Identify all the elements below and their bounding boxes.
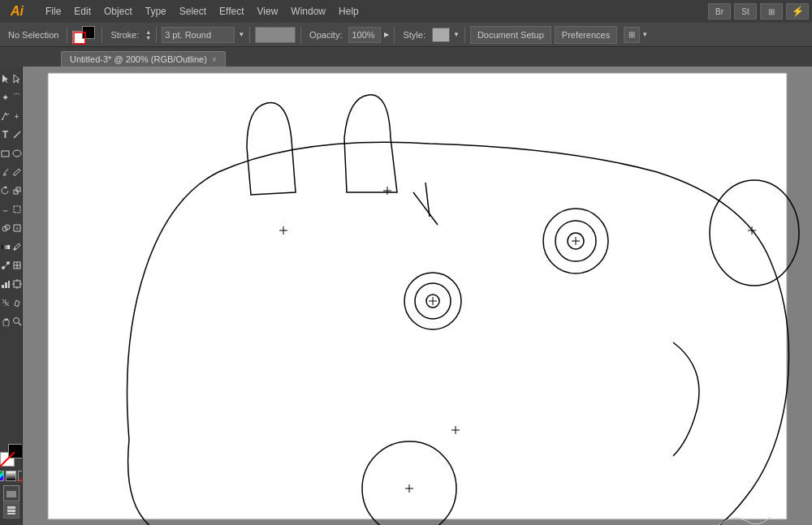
live-paint-tool[interactable]: +: [11, 219, 23, 237]
opacity-label: Opacity:: [306, 30, 345, 40]
mesh-tool[interactable]: [11, 256, 23, 274]
selection-tools-row: [0, 70, 23, 88]
fill-stroke-boxes[interactable]: [0, 444, 23, 467]
bridge-icon[interactable]: Br: [708, 3, 731, 19]
divider7: [464, 27, 465, 43]
divider: [67, 27, 67, 43]
tab-title: Untitled-3* @ 200% (RGB/Outline): [70, 54, 207, 64]
paintbrush-tool[interactable]: [0, 163, 11, 181]
opacity-input[interactable]: [348, 27, 381, 43]
svg-text:+: +: [15, 226, 19, 231]
none-indicator: [0, 452, 15, 467]
slice-row: [0, 294, 23, 312]
stroke-dropdown-arrow[interactable]: ▼: [238, 27, 244, 43]
style-preview: [432, 28, 450, 42]
lightning-icon[interactable]: ⚡: [786, 3, 809, 19]
arrange-dropdown-arrow[interactable]: ▼: [641, 31, 648, 38]
lasso-tool[interactable]: ⌒: [11, 88, 23, 106]
wand-lasso-row: ✦ ⌒: [0, 88, 23, 106]
stroke-arrows[interactable]: ▲ ▼: [145, 27, 151, 43]
app-logo: Ai: [3, 4, 31, 19]
menu-help[interactable]: Help: [332, 0, 365, 23]
hand-zoom-row: [0, 312, 23, 330]
workspace-icon[interactable]: ⊞: [760, 3, 783, 19]
selection-tool[interactable]: [0, 70, 11, 88]
blend-tool[interactable]: [0, 256, 11, 274]
style-dropdown-arrow[interactable]: ▼: [453, 31, 460, 38]
shape-builder-tool[interactable]: [0, 219, 11, 237]
divider5: [300, 27, 301, 43]
artboard-tool[interactable]: [11, 275, 23, 293]
document-setup-button[interactable]: Document Setup: [470, 26, 551, 44]
color-mode-swatches: [0, 471, 23, 481]
slice-tool[interactable]: [0, 294, 11, 312]
eraser-tool[interactable]: [11, 294, 23, 312]
svg-line-33: [19, 323, 21, 325]
stock-icon[interactable]: St: [734, 3, 757, 19]
appearance-area: [3, 485, 19, 519]
svg-rect-14: [2, 245, 10, 249]
pen-tools-row: +: [0, 107, 23, 125]
scale-tool[interactable]: [11, 182, 23, 200]
svg-point-32: [13, 318, 19, 324]
menu-bar: Ai File Edit Object Type Select Effect V…: [0, 0, 812, 23]
svg-marker-1: [2, 75, 8, 83]
menu-effect[interactable]: Effect: [213, 0, 250, 23]
arrange-icons: ⊞ ▼: [624, 27, 648, 43]
color-swatch[interactable]: [0, 471, 4, 481]
tab-close-button[interactable]: ×: [212, 55, 217, 64]
ellipse-tool[interactable]: [11, 144, 23, 162]
divider6: [394, 27, 395, 43]
menu-edit[interactable]: Edit: [67, 0, 97, 23]
zoom-tool[interactable]: [11, 312, 23, 330]
grayscale-swatch[interactable]: [6, 471, 16, 481]
eyedropper-tool[interactable]: [11, 238, 23, 256]
document-tab[interactable]: Untitled-3* @ 200% (RGB/Outline) ×: [61, 51, 226, 67]
hand-tool[interactable]: [0, 312, 11, 330]
svg-rect-36: [6, 491, 16, 497]
bar-chart-tool[interactable]: [0, 275, 11, 293]
menu-select[interactable]: Select: [173, 0, 213, 23]
pen-tool[interactable]: [0, 107, 11, 125]
warp-transform-row: ⌣: [0, 200, 23, 218]
add-anchor-tool[interactable]: +: [11, 107, 23, 125]
direct-selection-tool[interactable]: [11, 70, 23, 88]
svg-rect-39: [7, 513, 15, 514]
type-tool[interactable]: T: [0, 126, 11, 144]
gradient-tool[interactable]: [0, 238, 11, 256]
line-tool[interactable]: [11, 126, 23, 144]
appearance-btn[interactable]: [3, 485, 19, 501]
gradient-eyedrop-row: [0, 238, 23, 256]
stroke-value-input[interactable]: [162, 27, 235, 43]
menu-file[interactable]: File: [39, 0, 67, 23]
menu-type[interactable]: Type: [139, 0, 173, 23]
shape-tools-row: [0, 144, 23, 162]
layers-btn[interactable]: [3, 502, 19, 519]
svg-point-6: [13, 150, 21, 157]
svg-rect-37: [7, 506, 15, 509]
shapebuilder-row: +: [0, 219, 23, 237]
svg-point-15: [13, 248, 15, 251]
warp-tool[interactable]: ⌣: [0, 200, 11, 218]
svg-rect-38: [7, 510, 15, 512]
menu-window[interactable]: Window: [284, 0, 332, 23]
divider4: [249, 27, 250, 43]
rotate-tool[interactable]: [0, 182, 11, 200]
canvas-area[interactable]: [23, 67, 812, 525]
preferences-button[interactable]: Preferences: [555, 26, 617, 44]
rotate-scale-row: [0, 182, 23, 200]
svg-rect-21: [2, 285, 4, 288]
opacity-expand-arrow[interactable]: ▶: [384, 31, 389, 38]
svg-rect-10: [14, 206, 20, 213]
rectangle-tool[interactable]: [0, 144, 11, 162]
fill-stroke-indicator[interactable]: [72, 24, 97, 45]
blend-mesh-row: [0, 256, 23, 274]
pencil-tool[interactable]: [11, 163, 23, 181]
tab-bar: Untitled-3* @ 200% (RGB/Outline) ×: [0, 47, 812, 67]
menu-object[interactable]: Object: [97, 0, 139, 23]
menu-view[interactable]: View: [251, 0, 285, 23]
magic-wand-tool[interactable]: ✦: [0, 88, 11, 106]
selection-label: No Selection: [5, 30, 62, 40]
arrange-icon[interactable]: ⊞: [624, 27, 640, 43]
free-transform-tool[interactable]: [11, 200, 23, 218]
